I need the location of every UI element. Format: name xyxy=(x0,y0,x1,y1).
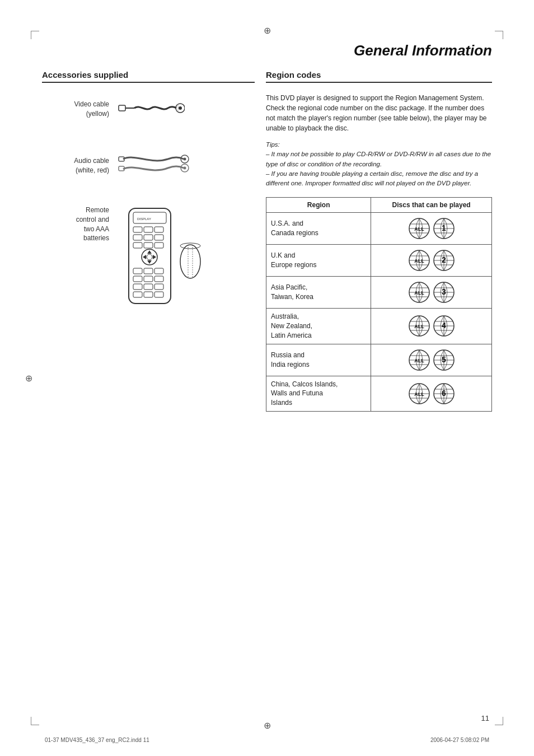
region-icons: ALL4 xyxy=(371,309,492,344)
svg-marker-26 xyxy=(147,250,152,254)
region-icons: ALL1 xyxy=(371,213,492,245)
svg-rect-38 xyxy=(154,284,163,290)
svg-marker-27 xyxy=(147,260,152,264)
region-icons: ALL5 xyxy=(371,344,492,376)
tip1: – It may not be possible to play CD-R/RW… xyxy=(266,151,491,167)
svg-text:ALL: ALL xyxy=(414,324,424,329)
col-header-discs: Discs that can be played xyxy=(371,198,492,213)
region-icons: ALL2 xyxy=(371,245,492,277)
accessories-title: Accessories supplied xyxy=(42,70,255,83)
svg-rect-33 xyxy=(133,276,142,282)
video-cable-icon xyxy=(118,93,185,125)
reg-mark-top: ⊕ xyxy=(264,25,271,36)
svg-rect-40 xyxy=(144,292,153,297)
tip2: – If you are having trouble playing a ce… xyxy=(266,170,478,186)
svg-rect-15 xyxy=(133,227,142,232)
audio-cable-item: Audio cable(white, red) xyxy=(42,142,255,189)
svg-text:ALL: ALL xyxy=(414,290,424,296)
remote-icon: DISPLAY xyxy=(118,206,207,319)
footer-right: 2006-04-27 5:08:02 PM xyxy=(430,737,489,743)
svg-point-10 xyxy=(184,167,186,170)
audio-cable-label: Audio cable(white, red) xyxy=(42,156,109,175)
svg-text:1: 1 xyxy=(442,223,446,232)
region-row: Asia Pacific,Taiwan, KoreaALL3 xyxy=(266,277,492,309)
svg-text:ALL: ALL xyxy=(414,258,424,264)
svg-text:3: 3 xyxy=(442,287,446,296)
svg-text:ALL: ALL xyxy=(414,226,424,232)
region-codes-section: Region codes This DVD player is designed… xyxy=(266,70,492,412)
footer-left: 01-37 MDV435_436_37 eng_RC2.indd 11 xyxy=(45,737,149,743)
region-name: Australia,New Zealand,Latin America xyxy=(266,309,371,344)
audio-cable-icon xyxy=(118,142,190,189)
tips-label: Tips: xyxy=(266,141,280,148)
region-row: Australia,New Zealand,Latin AmericaALL4 xyxy=(266,309,492,344)
svg-rect-21 xyxy=(133,242,142,248)
region-table: Region Discs that can be played U.S.A. a… xyxy=(266,197,492,412)
region-name: China, Calcos Islands,Walls and FutunaIs… xyxy=(266,376,371,411)
svg-rect-20 xyxy=(154,235,163,240)
col-header-region: Region xyxy=(266,198,371,213)
svg-point-42 xyxy=(180,245,200,278)
region-name: Russia andIndia regions xyxy=(266,344,371,376)
region-icons: ALL3 xyxy=(371,277,492,309)
region-name: Asia Pacific,Taiwan, Korea xyxy=(266,277,371,309)
svg-text:2: 2 xyxy=(442,255,446,264)
region-row: China, Calcos Islands,Walls and FutunaIs… xyxy=(266,376,492,411)
region-row: Russia andIndia regionsALL5 xyxy=(266,344,492,376)
page-title: General Information xyxy=(354,42,492,59)
svg-rect-18 xyxy=(133,235,142,240)
svg-rect-37 xyxy=(144,284,153,290)
svg-rect-16 xyxy=(144,227,153,232)
svg-text:ALL: ALL xyxy=(414,391,424,397)
accessories-section: Accessories supplied Video cable(yellow) xyxy=(42,70,255,319)
svg-text:6: 6 xyxy=(442,389,446,398)
svg-rect-30 xyxy=(133,268,142,274)
svg-rect-19 xyxy=(144,235,153,240)
tips-text: Tips: – It may not be possible to play C… xyxy=(266,140,492,188)
svg-text:5: 5 xyxy=(442,355,446,364)
svg-rect-39 xyxy=(133,292,142,297)
svg-rect-17 xyxy=(154,227,163,232)
region-row: U.K andEurope regionsALL2 xyxy=(266,245,492,277)
svg-rect-35 xyxy=(154,276,163,282)
video-cable-item: Video cable(yellow) xyxy=(42,93,255,125)
svg-marker-28 xyxy=(143,255,146,259)
svg-text:4: 4 xyxy=(442,321,446,330)
remote-item: Remotecontrol andtwo AAAbatteries DISPLA… xyxy=(42,206,255,319)
region-codes-title: Region codes xyxy=(266,70,492,83)
svg-rect-41 xyxy=(154,292,163,297)
svg-rect-23 xyxy=(154,242,163,248)
svg-marker-29 xyxy=(153,255,156,259)
svg-text:DISPLAY: DISPLAY xyxy=(137,217,151,221)
svg-point-3 xyxy=(179,106,182,110)
svg-point-43 xyxy=(180,243,200,249)
region-intro-text: This DVD player is designed to support t… xyxy=(266,93,492,133)
remote-label: Remotecontrol andtwo AAAbatteries xyxy=(42,206,109,243)
video-cable-label: Video cable(yellow) xyxy=(42,100,109,119)
svg-rect-34 xyxy=(144,276,153,282)
svg-rect-22 xyxy=(144,242,153,248)
region-name: U.S.A. andCanada regions xyxy=(266,213,371,245)
svg-point-25 xyxy=(147,254,152,260)
svg-rect-36 xyxy=(133,284,142,290)
svg-point-7 xyxy=(184,158,186,161)
region-icons: ALL6 xyxy=(371,376,492,411)
page-number: 11 xyxy=(481,714,489,722)
svg-rect-32 xyxy=(154,268,163,274)
reg-mark-bottom: ⊕ xyxy=(264,720,271,731)
reg-mark-left: ⊕ xyxy=(25,373,32,384)
svg-rect-0 xyxy=(119,105,125,111)
region-name: U.K andEurope regions xyxy=(266,245,371,277)
svg-text:ALL: ALL xyxy=(414,358,424,363)
region-row: U.S.A. andCanada regionsALL1 xyxy=(266,213,492,245)
svg-rect-31 xyxy=(144,268,153,274)
